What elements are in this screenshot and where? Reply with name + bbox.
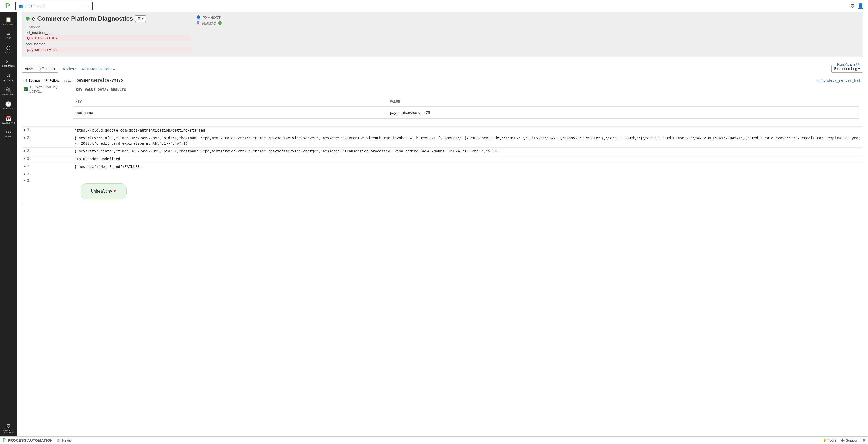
sidebar-dashboard[interactable]: 📋DASHBOARD bbox=[0, 14, 17, 28]
results-key-col: KEY bbox=[73, 96, 388, 107]
log-line: ◆2. bbox=[22, 171, 863, 177]
commit-hash: 9a86bfcf bbox=[202, 21, 216, 25]
log-body: >_ 1. Get Pod by Servi… KEY VALUE DATA: … bbox=[22, 84, 863, 203]
sidebar-activity[interactable]: ↺ACTIVITY bbox=[0, 70, 17, 84]
log-line: ◆2.{"severity":"info","time":16672459778… bbox=[22, 147, 863, 155]
results-table: KEY VALUE pod-name paymentservice-vmz75 bbox=[73, 96, 859, 119]
calendar-icon: 📅 bbox=[5, 115, 11, 121]
step-num: 2. bbox=[27, 178, 32, 182]
log-server-link[interactable]: 🖴rundeck_server_ha1 bbox=[814, 77, 863, 84]
nodes-icon: ⬡ bbox=[6, 45, 10, 51]
log-controls: ⚙Settings 👁Follow rvi… paymentservice-vm… bbox=[22, 77, 863, 84]
roi-link[interactable]: ROI Metrics Data » bbox=[82, 67, 115, 71]
diamond-icon: ◆ bbox=[24, 157, 26, 160]
log-text: {"severity":"info","time":1667245977893,… bbox=[73, 135, 863, 147]
log-settings-button[interactable]: ⚙Settings bbox=[22, 78, 43, 84]
step-num: 2. bbox=[27, 172, 32, 176]
log-gutter: ◆2. bbox=[22, 163, 73, 169]
x-icon: ✖ bbox=[114, 188, 116, 194]
option-value: paymentservice bbox=[26, 47, 191, 53]
option-key: pd_incident_id: bbox=[26, 30, 191, 35]
log-line: ◆2.{"message":"Not Found"}FAILURE! bbox=[22, 163, 863, 171]
plug-icon: 🔌 bbox=[5, 87, 11, 93]
eye-off-icon: 👁 bbox=[45, 79, 48, 83]
log-text: Unhealthy ✖ bbox=[73, 177, 863, 203]
refresh-icon: ↻ bbox=[856, 62, 859, 66]
diamond-icon: ◆ bbox=[24, 179, 26, 182]
log-gutter: ◆2. bbox=[22, 148, 73, 154]
view-selector[interactable]: View: Log Output ▾ bbox=[22, 65, 58, 72]
log-text: {"severity":"info","time":1667245977895,… bbox=[73, 148, 863, 155]
terminal-icon: >_ bbox=[5, 59, 11, 65]
caret-down-icon: ▾ bbox=[54, 67, 55, 71]
option-value: Q07OKBVO3XEXGA bbox=[26, 35, 191, 41]
sidebar-nodes[interactable]: ⬡NODES bbox=[0, 42, 17, 56]
log-text: https://cloud.google.com/docs/authentica… bbox=[73, 127, 863, 134]
user-icon[interactable]: 👤 bbox=[858, 3, 864, 9]
sidebar-jobs[interactable]: ≡JOBS bbox=[0, 29, 17, 41]
clock-icon: 🕐 bbox=[5, 101, 11, 107]
option-key: pod_name: bbox=[26, 42, 191, 46]
table-row: pod-name paymentservice-vmz75 bbox=[73, 107, 859, 119]
execution-user: PXAH0OT bbox=[203, 15, 221, 20]
log-text bbox=[73, 171, 863, 173]
log-gutter: ◆2. bbox=[22, 177, 73, 183]
commit-status-icon bbox=[218, 21, 222, 25]
logo: P bbox=[2, 2, 13, 10]
gear-icon: ⚙ bbox=[24, 79, 27, 83]
status-ok-icon: ✓ bbox=[26, 17, 30, 21]
step-num: 2. bbox=[27, 136, 32, 140]
sidebar-calendars[interactable]: 📅CALENDARS bbox=[0, 113, 17, 126]
sidebar-more[interactable]: •••MORE bbox=[0, 127, 17, 140]
results-header: KEY VALUE DATA: RESULTS bbox=[73, 84, 863, 94]
step-num: 2. bbox=[27, 149, 32, 153]
unhealthy-label: Unhealthy bbox=[91, 188, 112, 194]
execution-header: ✓ e-Commerce Platform Diagnostics ☰▾ Opt… bbox=[22, 12, 863, 57]
step-num: 2. bbox=[27, 164, 32, 168]
step-icon: >_ bbox=[24, 87, 28, 91]
results-val-col: VALUE bbox=[387, 96, 859, 107]
run-again-button[interactable]: Run Again↻ bbox=[837, 62, 859, 66]
log-gutter: ◆2. bbox=[22, 127, 73, 133]
log-truncated: rvi… bbox=[61, 77, 75, 84]
nodes-link[interactable]: Nodes » bbox=[63, 67, 77, 71]
log-line: ◆2.{"severity":"info","time":16672459778… bbox=[22, 134, 863, 147]
caret-down-icon: ▾ bbox=[142, 17, 144, 21]
log-line: ◆2.Unhealthy ✖ bbox=[22, 177, 863, 203]
log-gutter: ◆2. bbox=[22, 155, 73, 161]
diamond-icon: ◆ bbox=[24, 149, 26, 152]
step-gutter: >_ 1. Get Pod by Servi… bbox=[22, 84, 73, 94]
log-text: statusCode: undefined bbox=[73, 155, 863, 163]
user-icon: 👤 bbox=[196, 15, 201, 20]
group-icon: 👥 bbox=[19, 4, 23, 8]
diamond-icon: ◆ bbox=[24, 136, 26, 139]
more-icon: ••• bbox=[6, 129, 11, 135]
step-label: 1. Get Pod by Servi… bbox=[29, 85, 71, 93]
sidebar-webhooks[interactable]: 🔌WEBHOOKS bbox=[0, 85, 17, 98]
list-icon: ☰ bbox=[137, 17, 141, 21]
settings-icon[interactable]: ⚙ bbox=[850, 3, 855, 9]
list-icon: ≡ bbox=[7, 31, 10, 37]
log-line: ◆2.statusCode: undefined bbox=[22, 155, 863, 163]
step-num: 2. bbox=[27, 128, 32, 132]
diamond-icon: ◆ bbox=[24, 172, 26, 176]
log-text: {"message":"Not Found"}FAILURE! bbox=[73, 163, 863, 171]
chevron-down-icon: ⌄ bbox=[86, 4, 89, 8]
caret-down-icon: ▾ bbox=[858, 67, 860, 71]
actions-button[interactable]: ☰▾ bbox=[135, 15, 146, 22]
result-value: paymentservice-vmz75 bbox=[387, 107, 859, 119]
server-icon: 🖴 bbox=[816, 78, 820, 83]
log-follow-button[interactable]: 👁Follow bbox=[43, 78, 61, 84]
log-gutter: ◆2. bbox=[22, 171, 73, 177]
log-line: ◆2.https://cloud.google.com/docs/authent… bbox=[22, 126, 863, 134]
options-label: Options: bbox=[26, 25, 191, 29]
sidebar-schedules[interactable]: 🕐SCHEDULES bbox=[0, 99, 17, 112]
diamond-icon: ◆ bbox=[24, 128, 26, 131]
main: ✓ e-Commerce Platform Diagnostics ☰▾ Opt… bbox=[17, 12, 868, 213]
commit-icon: ⌘ bbox=[196, 21, 200, 25]
clipboard-icon: 📋 bbox=[5, 17, 11, 23]
sidebar-commands[interactable]: >_COMMANDS bbox=[0, 57, 17, 69]
sidebar: 📋DASHBOARD ≡JOBS ⬡NODES >_COMMANDS ↺ACTI… bbox=[0, 12, 17, 213]
diamond-icon: ◆ bbox=[24, 165, 26, 168]
project-selector[interactable]: 👥 Engineering ⌄ bbox=[15, 2, 93, 10]
